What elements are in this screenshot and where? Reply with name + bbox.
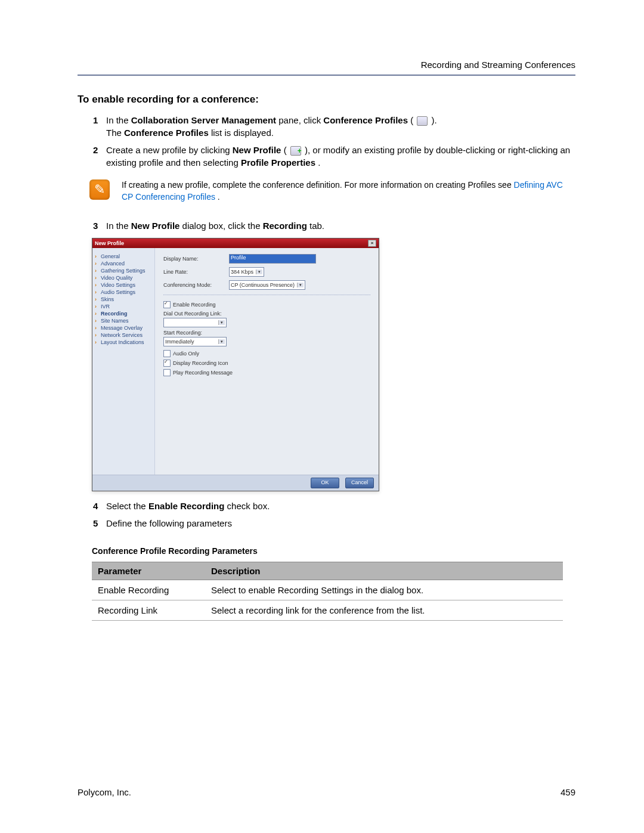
step-3-num: 3 xyxy=(93,219,98,232)
step-2-text-b: ( xyxy=(284,145,287,155)
note-text-b: . xyxy=(218,192,220,202)
step-5: 5 Define the following parameters xyxy=(93,517,575,529)
step-1-bold-b: Conference Profiles xyxy=(323,115,408,125)
step-1-line2-bold: Conference Profiles xyxy=(124,128,209,138)
table-title: Conference Profile Recording Parameters xyxy=(92,546,575,556)
chevron-down-icon: ▾ xyxy=(297,283,304,287)
header-rule xyxy=(78,75,575,76)
step-1: 1 In the Collaboration Server Management… xyxy=(93,114,575,139)
params-table: Parameter Description Enable RecordingSe… xyxy=(92,562,563,621)
nav-item-message-overlay[interactable]: Message Overlay xyxy=(95,324,152,332)
dialout-label: Dial Out Recording Link: xyxy=(163,311,370,317)
header-section: Recording and Streaming Conferences xyxy=(78,60,575,70)
nav-item-skins[interactable]: Skins xyxy=(95,296,152,303)
start-recording-select[interactable]: Immediately ▾ xyxy=(163,337,227,346)
footer-company: Polycom, Inc. xyxy=(78,787,131,797)
footer-page: 459 xyxy=(561,787,575,797)
play-msg-checkbox[interactable] xyxy=(163,369,171,376)
display-name-input[interactable]: Profile xyxy=(229,254,316,264)
enable-recording-label: Enable Recording xyxy=(173,302,216,308)
table-row: Recording LinkSelect a recording link fo… xyxy=(92,600,563,621)
step-3-text-c: tab. xyxy=(309,221,324,231)
step-1-num: 1 xyxy=(93,114,98,126)
nav-item-general[interactable]: General xyxy=(95,253,152,260)
nav-item-site-names[interactable]: Site Names xyxy=(95,317,152,324)
nav-item-advanced[interactable]: Advanced xyxy=(95,260,152,267)
step-1-text-c: ( xyxy=(410,115,413,125)
cancel-button[interactable]: Cancel xyxy=(345,478,374,488)
step-4-text-b: check box. xyxy=(227,501,270,511)
step-2-text-d: . xyxy=(318,157,320,168)
dialog-nav: GeneralAdvancedGathering SettingsVideo Q… xyxy=(92,248,155,475)
section-title: To enable recording for a conference: xyxy=(78,94,575,106)
display-name-label: Display Name: xyxy=(163,256,229,262)
close-icon[interactable]: × xyxy=(368,240,376,247)
th-description: Description xyxy=(205,562,563,580)
line-rate-value: 384 Kbps xyxy=(231,269,253,275)
step-3-bold-b: Recording xyxy=(263,221,307,231)
nav-item-audio-settings[interactable]: Audio Settings xyxy=(95,289,152,296)
step-2-bold-b: Profile Properties xyxy=(241,157,315,168)
conf-mode-label: Conferencing Mode: xyxy=(163,282,229,288)
nav-item-video-quality[interactable]: Video Quality xyxy=(95,274,152,281)
step-4-num: 4 xyxy=(93,500,98,512)
step-1-line2-b: list is displayed. xyxy=(211,128,274,138)
conf-mode-select[interactable]: CP (Continuous Presence) ▾ xyxy=(229,280,305,290)
note-icon: ✎ xyxy=(89,179,110,200)
conf-mode-value: CP (Continuous Presence) xyxy=(231,282,295,288)
cell-param: Recording Link xyxy=(92,600,205,621)
display-icon-checkbox[interactable] xyxy=(163,360,171,367)
step-4-bold-a: Enable Recording xyxy=(148,501,225,511)
step-1-text-d: ). xyxy=(432,115,437,125)
dialout-select[interactable]: ▾ xyxy=(163,318,227,327)
new-profile-dialog: New Profile × GeneralAdvancedGathering S… xyxy=(92,238,379,491)
step-3: 3 In the New Profile dialog box, click t… xyxy=(93,219,575,232)
chevron-down-icon: ▾ xyxy=(218,339,225,344)
nav-item-gathering-settings[interactable]: Gathering Settings xyxy=(95,267,152,274)
play-msg-label: Play Recording Message xyxy=(173,370,233,376)
profiles-icon xyxy=(417,116,428,126)
line-rate-label: Line Rate: xyxy=(163,269,229,275)
nav-item-ivr[interactable]: IVR xyxy=(95,303,152,310)
nav-item-network-services[interactable]: Network Services xyxy=(95,332,152,339)
step-5-text-a: Define the following parameters xyxy=(106,518,232,528)
step-1-bold-a: Collaboration Server Management xyxy=(131,115,276,125)
th-parameter: Parameter xyxy=(92,562,205,580)
table-row: Enable RecordingSelect to enable Recordi… xyxy=(92,580,563,600)
nav-item-layout-indications[interactable]: Layout Indications xyxy=(95,339,152,346)
dialog-titlebar: New Profile × xyxy=(92,239,379,248)
enable-recording-checkbox[interactable] xyxy=(163,301,171,308)
audio-only-checkbox[interactable] xyxy=(163,350,171,357)
nav-item-recording[interactable]: Recording xyxy=(95,310,152,317)
note-text-a: If creating a new profile, complete the … xyxy=(122,180,514,190)
start-recording-value: Immediately xyxy=(165,339,194,345)
step-2: 2 Create a new profile by clicking New P… xyxy=(93,144,575,169)
step-1-text-a: In the xyxy=(106,115,131,125)
chevron-down-icon: ▾ xyxy=(218,320,225,325)
separator xyxy=(163,295,370,295)
step-5-num: 5 xyxy=(93,517,98,529)
step-3-text-b: dialog box, click the xyxy=(182,221,263,231)
note-block: ✎ If creating a new profile, complete th… xyxy=(89,179,575,203)
step-2-bold-a: New Profile xyxy=(233,145,281,155)
cell-param: Enable Recording xyxy=(92,580,205,600)
cell-desc: Select a recording link for the conferen… xyxy=(205,600,563,621)
step-4: 4 Select the Enable Recording check box. xyxy=(93,500,575,512)
line-rate-select[interactable]: 384 Kbps ▾ xyxy=(229,267,264,277)
step-2-num: 2 xyxy=(93,144,98,156)
start-recording-label: Start Recording: xyxy=(163,330,370,336)
step-1-text-b: pane, click xyxy=(278,115,323,125)
step-3-bold-a: New Profile xyxy=(131,221,180,231)
cell-desc: Select to enable Recording Settings in t… xyxy=(205,580,563,600)
step-4-text-a: Select the xyxy=(106,501,148,511)
ok-button[interactable]: OK xyxy=(311,478,339,488)
step-3-text-a: In the xyxy=(106,221,131,231)
dialog-content: Display Name: Profile Line Rate: 384 Kbp… xyxy=(155,248,379,475)
chevron-down-icon: ▾ xyxy=(256,270,262,274)
step-1-line2-a: The xyxy=(106,128,124,138)
display-icon-label: Display Recording Icon xyxy=(173,360,228,366)
nav-item-video-settings[interactable]: Video Settings xyxy=(95,281,152,289)
new-profile-icon xyxy=(290,146,301,156)
step-2-text-a: Create a new profile by clicking xyxy=(106,145,233,155)
dialog-title: New Profile xyxy=(95,240,124,246)
